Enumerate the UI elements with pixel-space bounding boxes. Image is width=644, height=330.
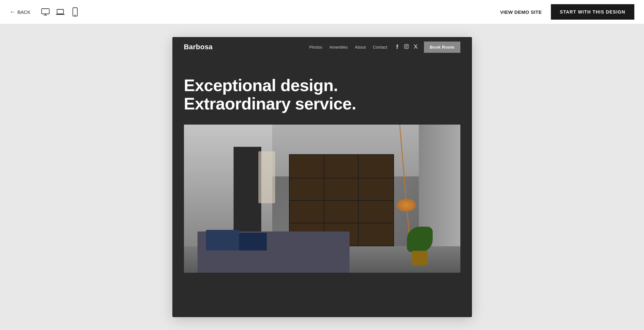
laptop-view-button[interactable]	[56, 7, 65, 16]
nav-link-about[interactable]: About	[355, 45, 366, 50]
view-demo-button[interactable]: VIEW DEMO SITE	[500, 9, 542, 15]
site-nav-right: Photos Amenities About Contact	[309, 42, 460, 53]
plant	[407, 227, 433, 265]
svg-rect-6	[404, 44, 409, 49]
desktop-view-button[interactable]	[41, 7, 50, 16]
preview-area: Barbosa Photos Amenities About Contact	[0, 24, 644, 330]
laptop-icon	[56, 7, 65, 16]
hero-headline-line1: Exceptional design.	[184, 76, 338, 95]
site-navigation: Barbosa Photos Amenities About Contact	[172, 37, 472, 57]
shelf-bar-1	[290, 178, 393, 178]
mobile-icon	[71, 7, 80, 16]
shelf-bar-2	[290, 200, 393, 201]
plant-leaves	[407, 227, 433, 252]
desktop-icon	[41, 7, 50, 16]
toolbar-right: VIEW DEMO SITE START WITH THIS DESIGN	[500, 4, 634, 20]
hero-headline-line2: Extraordinary service.	[184, 94, 356, 113]
nav-links: Photos Amenities About Contact	[309, 45, 387, 50]
room-background	[184, 125, 460, 273]
plant-pot	[412, 251, 428, 265]
site-hero: Exceptional design. Extraordinary servic…	[172, 57, 472, 273]
twitter-icon[interactable]	[413, 44, 418, 50]
shelf-bar-3	[290, 223, 393, 223]
wall-hanging	[258, 151, 275, 203]
nav-link-contact[interactable]: Contact	[373, 45, 387, 50]
vert-bar-2	[358, 155, 359, 245]
hero-headline: Exceptional design. Extraordinary servic…	[184, 76, 460, 113]
facebook-icon[interactable]	[395, 44, 399, 50]
back-button[interactable]: ← BACK	[10, 9, 31, 15]
svg-point-7	[406, 46, 408, 48]
svg-rect-3	[57, 9, 63, 14]
pillow-2	[239, 233, 267, 250]
hero-image	[184, 125, 460, 273]
pillow-1	[206, 230, 239, 250]
back-label: BACK	[17, 9, 31, 15]
nav-link-photos[interactable]: Photos	[309, 45, 322, 50]
start-design-button[interactable]: START WITH THIS DESIGN	[551, 4, 634, 20]
social-icons	[395, 44, 418, 50]
book-room-button[interactable]: Book Room	[424, 42, 460, 53]
svg-rect-0	[42, 9, 49, 14]
instagram-icon[interactable]	[404, 44, 409, 50]
device-icon-group	[41, 7, 80, 16]
mobile-view-button[interactable]	[71, 7, 80, 16]
nav-link-amenities[interactable]: Amenities	[329, 45, 348, 50]
site-preview: Barbosa Photos Amenities About Contact	[172, 37, 472, 317]
lamp-shade	[397, 199, 416, 212]
site-logo: Barbosa	[184, 43, 213, 51]
svg-rect-4	[73, 8, 77, 16]
toolbar: ← BACK	[0, 0, 644, 24]
back-arrow-icon: ←	[10, 9, 15, 15]
toolbar-left: ← BACK	[10, 7, 80, 16]
svg-point-8	[408, 45, 408, 45]
